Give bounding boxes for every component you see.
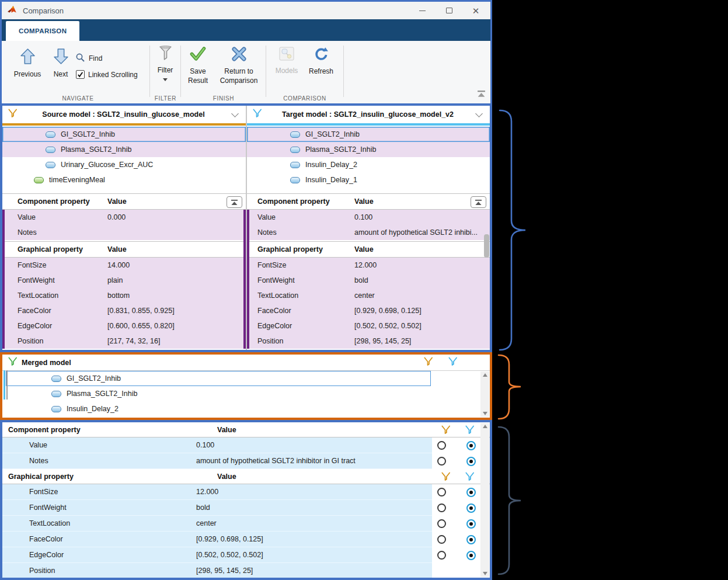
filter-icon <box>253 109 262 120</box>
list-item[interactable]: Plasma_SGLT2_Inhib <box>2 142 246 157</box>
source-choice-radio[interactable] <box>437 503 446 512</box>
list-item[interactable]: timeEveningMeal <box>2 172 246 187</box>
graphical-property-header: Graphical property Value <box>2 469 490 484</box>
property-name: FontWeight <box>249 276 354 284</box>
property-value: bottom <box>107 291 243 300</box>
property-row: EdgeColor[0.600, 0.655, 0.820] <box>2 318 246 334</box>
find-button[interactable]: Find <box>75 53 102 64</box>
refresh-button[interactable]: Refresh <box>305 47 337 76</box>
next-button[interactable]: Next <box>48 48 73 79</box>
source-filter-icon[interactable] <box>441 425 450 436</box>
previous-button[interactable]: Previous <box>10 48 45 79</box>
merged-scrollbar[interactable] <box>480 371 489 417</box>
property-value: [298, 95, 145, 25] <box>196 567 432 575</box>
target-choice-radio[interactable] <box>466 457 476 466</box>
property-name: TextLocation <box>2 519 196 527</box>
list-item[interactable]: Insulin_Delay_2 <box>247 157 490 172</box>
scroll-down-icon[interactable] <box>483 412 487 415</box>
target-choice-radio[interactable] <box>466 488 476 497</box>
list-item-label: Urinary_Glucose_Excr_AUC <box>61 161 153 169</box>
source-choice-radio[interactable] <box>437 535 446 544</box>
chevron-down-icon[interactable] <box>231 110 239 117</box>
source-filter-icon[interactable] <box>424 357 433 369</box>
choice-radio-group <box>432 437 481 453</box>
property-row: Value0.000 <box>2 210 246 225</box>
list-item[interactable]: Insulin_Delay_1 <box>247 172 490 187</box>
source-choice-radio[interactable] <box>437 441 446 450</box>
property-name: FaceColor <box>249 307 354 315</box>
property-value: [0.502, 0.502, 0.502] <box>354 322 490 330</box>
chevron-down-icon[interactable] <box>475 110 483 117</box>
property-choice-row: FontWeightbold <box>2 500 490 516</box>
target-choice-radio[interactable] <box>466 535 476 544</box>
tab-comparison[interactable]: COMPARISON <box>6 21 79 41</box>
target-filter-icon[interactable] <box>465 472 474 483</box>
property-choice-row: EdgeColor[0.502, 0.502, 0.502] <box>2 547 490 563</box>
window-chrome: Comparison ✕ COMPARISON Previous Next <box>0 0 492 103</box>
species-icon <box>290 162 300 168</box>
target-graphical-rows: FontSize12.000FontWeightboldTextLocation… <box>247 258 490 349</box>
save-result-button[interactable]: SaveResult <box>184 47 212 85</box>
source-component-rows: Value0.000Notes <box>2 210 246 240</box>
property-choice-row: TextLocationcenter <box>2 516 490 532</box>
property-value: [0.929, 0.698, 0.125] <box>354 307 490 315</box>
list-item[interactable]: Plasma_SGLT2_Inhib <box>247 142 490 157</box>
collapse-ribbon-icon[interactable] <box>477 89 486 100</box>
filter-icon <box>8 109 17 120</box>
brace-top-section <box>494 109 531 352</box>
close-button[interactable]: ✕ <box>462 2 489 19</box>
source-choice-radio[interactable] <box>437 457 446 466</box>
property-row: EdgeColor[0.502, 0.502, 0.502] <box>247 318 490 334</box>
source-choice-radio[interactable] <box>437 551 446 560</box>
target-model-header: Target model : SGLT2_insulin_glucose_mod… <box>247 106 490 123</box>
bottom-scrollbar[interactable] <box>480 423 489 577</box>
species-icon <box>290 147 300 153</box>
property-value: bold <box>354 276 490 284</box>
property-row: TextLocationcenter <box>247 288 490 303</box>
minimize-button[interactable] <box>409 2 436 19</box>
list-item-label: timeEveningMeal <box>49 176 105 184</box>
source-choice-radio[interactable] <box>437 488 446 496</box>
target-choice-radio[interactable] <box>466 441 476 450</box>
target-choice-radio[interactable] <box>466 503 476 513</box>
target-filter-icon[interactable] <box>465 425 474 436</box>
property-value: [0.929, 0.698, 0.125] <box>196 535 432 543</box>
source-filter-icon[interactable] <box>441 472 450 483</box>
return-to-comparison-button[interactable]: Return toComparison <box>215 47 263 85</box>
matlab-logo-icon <box>8 5 18 16</box>
property-value: 12.000 <box>354 261 490 269</box>
toolbar: Previous Next Find Linked Scrolling <box>2 41 490 103</box>
property-name: Value <box>249 213 354 221</box>
target-filter-icon[interactable] <box>448 357 457 369</box>
target-choice-radio[interactable] <box>466 519 476 529</box>
scrollbar-thumb[interactable] <box>484 234 489 258</box>
property-value: center <box>354 291 490 300</box>
scroll-up-icon[interactable] <box>483 425 487 428</box>
maximize-button[interactable] <box>436 2 462 19</box>
list-item[interactable]: GI_SGLT2_Inhib <box>2 371 490 386</box>
property-row: FaceColor[0.929, 0.698, 0.125] <box>247 303 490 318</box>
checkbox-checked-icon[interactable] <box>76 70 85 79</box>
property-choice-row: FaceColor[0.929, 0.698, 0.125] <box>2 532 490 547</box>
property-name: FaceColor <box>2 535 196 543</box>
property-name: EdgeColor <box>5 322 107 330</box>
filter-button[interactable]: Filter <box>152 46 178 81</box>
property-row: Value0.100 <box>247 210 490 225</box>
component-property-header: Component property Value <box>2 422 490 437</box>
list-item[interactable]: GI_SGLT2_Inhib <box>247 127 490 142</box>
list-item[interactable]: GI_SGLT2_Inhib <box>2 127 246 142</box>
dropdown-arrow-icon <box>163 78 168 81</box>
collapse-table-button[interactable] <box>471 196 486 208</box>
collapse-table-button[interactable] <box>227 196 242 208</box>
list-item[interactable]: Urinary_Glucose_Excr_AUC <box>2 157 246 172</box>
source-choice-radio[interactable] <box>437 519 446 528</box>
property-name: Notes <box>2 457 196 465</box>
target-choice-radio[interactable] <box>466 551 476 560</box>
scroll-up-icon[interactable] <box>483 373 487 377</box>
list-item[interactable]: Plasma_SGLT2_Inhib <box>2 386 490 401</box>
list-item[interactable]: Insulin_Delay_2 <box>2 401 490 416</box>
linked-scrolling-checkbox[interactable]: Linked Scrolling <box>76 70 138 79</box>
target-model-panel: Target model : SGLT2_insulin_glucose_mod… <box>247 106 490 350</box>
scroll-down-icon[interactable] <box>483 572 487 575</box>
choice-radio-group <box>432 453 481 469</box>
